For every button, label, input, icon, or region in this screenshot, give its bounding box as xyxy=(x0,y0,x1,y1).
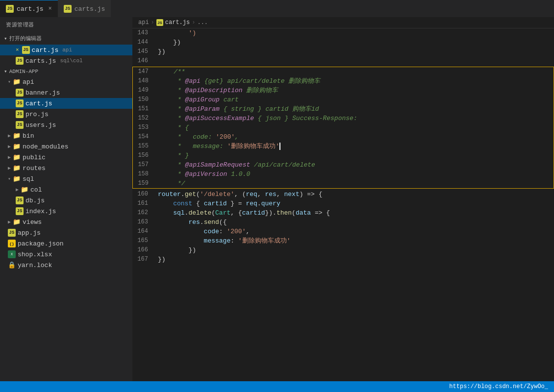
open-editor-carts-js[interactable]: JS carts.js sql\col xyxy=(0,55,132,66)
code-line-145: 145 }) xyxy=(132,47,554,56)
jsdoc-line-155: 155 * message: '删除购物车成功' xyxy=(133,142,554,151)
folder-sql-label: sql xyxy=(23,175,34,183)
lock-icon-yarn: 🔒 xyxy=(8,261,16,269)
folder-bin[interactable]: ▶ 📁 bin xyxy=(0,130,132,141)
js-icon-open-2: JS xyxy=(16,57,24,65)
js-file-icon: JS xyxy=(6,5,14,13)
file-app-js[interactable]: JS app.js xyxy=(0,227,132,238)
arrow-right-icon-bin: ▶ xyxy=(8,133,11,139)
jsdoc-line-157: 157 * @apiSampleRequest /api/cart/delete xyxy=(133,160,554,170)
open-editors-label: 打开的编辑器 xyxy=(9,35,42,42)
line-num-146: 146 xyxy=(132,56,156,66)
line-num-164: 164 xyxy=(132,227,156,236)
line-num-143: 143 xyxy=(132,28,156,38)
line-content-160: router.get('/delete', (req, res, next) =… xyxy=(156,190,554,199)
arrow-right-icon-views: ▶ xyxy=(8,219,11,225)
line-num-159: 159 xyxy=(133,179,156,188)
line-num-153: 153 xyxy=(133,123,156,132)
line-content-145: }) xyxy=(156,47,554,56)
jsdoc-content-150: * @apiGroup cart xyxy=(156,95,554,104)
open-editor-name-1: cart.js xyxy=(32,47,59,54)
file-yarn-lock[interactable]: 🔒 yarn.lock xyxy=(0,260,132,270)
folder-api[interactable]: ▾ 📁 api xyxy=(0,76,132,87)
main-content: 资源管理器 ▾ 打开的编辑器 × JS cart.js api JS carts… xyxy=(0,17,554,381)
folder-routes[interactable]: ▶ 📁 routes xyxy=(0,163,132,173)
line-num-147: 147 xyxy=(133,67,156,76)
line-num-144: 144 xyxy=(132,38,156,47)
code-line-161: 161 const { cartid } = req.query xyxy=(132,199,554,208)
file-pro-js[interactable]: JS pro.js xyxy=(0,109,132,120)
code-line-143: 143 ') xyxy=(132,28,554,38)
file-shop-label: shop.xlsx xyxy=(18,251,52,258)
js-icon-users: JS xyxy=(16,121,24,129)
folder-icon-nm: 📁 xyxy=(13,143,21,150)
line-num-154: 154 xyxy=(133,132,156,142)
jsdoc-line-156: 156 * } xyxy=(133,151,554,160)
project-name: ADMIN-APP xyxy=(9,69,38,74)
line-num-162: 162 xyxy=(132,208,156,218)
folder-bin-label: bin xyxy=(23,132,34,140)
folder-icon-views: 📁 xyxy=(13,218,21,226)
jsdoc-content-156: * } xyxy=(156,151,554,160)
file-users-js[interactable]: JS users.js xyxy=(0,120,132,130)
jsdoc-line-148: 148 * @api {get} api/cart/delete 删除购物车 xyxy=(133,76,554,86)
project-section[interactable]: ▾ ADMIN-APP xyxy=(0,66,132,76)
folder-col[interactable]: ▶ 📁 col xyxy=(0,184,132,195)
arrow-right-icon-pub: ▶ xyxy=(8,154,11,160)
folder-views[interactable]: ▶ 📁 views xyxy=(0,217,132,227)
tab-cart-js[interactable]: JS cart.js × xyxy=(0,0,58,17)
js-icon-cart: JS xyxy=(16,99,24,107)
open-editor-name-2: carts.js xyxy=(25,57,56,65)
line-num-160: 160 xyxy=(132,190,156,199)
file-index-js[interactable]: JS index.js xyxy=(0,206,132,217)
file-banner-js[interactable]: JS banner.js xyxy=(0,87,132,98)
code-line-163: 163 res.send({ xyxy=(132,218,554,227)
folder-node-modules[interactable]: ▶ 📁 node_modules xyxy=(0,141,132,152)
jsdoc-line-154: 154 * code: '200', xyxy=(133,132,554,142)
folder-sql[interactable]: ▾ 📁 sql xyxy=(0,173,132,184)
line-num-157: 157 xyxy=(133,160,156,170)
open-editors-section[interactable]: ▾ 打开的编辑器 xyxy=(0,32,132,45)
line-num-167: 167 xyxy=(132,255,156,264)
tab-carts-js[interactable]: JS carts.js xyxy=(58,0,111,17)
jsdoc-content-148: * @api {get} api/cart/delete 删除购物车 xyxy=(156,76,554,86)
jsdoc-line-151: 151 * @apiParam { string } cartid 购物车id xyxy=(133,104,554,114)
jsdoc-content-149: * @apiDescription 删除购物车 xyxy=(156,86,554,95)
code-editor[interactable]: 143 ') 144 }) 145 }) 146 147 /** xyxy=(132,28,554,381)
jsdoc-line-149: 149 * @apiDescription 删除购物车 xyxy=(133,86,554,95)
jsdoc-content-152: * @apiSuccessExample { json } Success-Re… xyxy=(156,114,554,123)
file-app-label: app.js xyxy=(18,229,41,237)
code-line-160: 160 router.get('/delete', (req, res, nex… xyxy=(132,190,554,199)
jsdoc-line-158: 158 * @apiVersion 1.0.0 xyxy=(133,170,554,179)
tab-close-icon[interactable]: × xyxy=(49,5,52,12)
file-db-js[interactable]: JS db.js xyxy=(0,195,132,206)
file-shop-xlsx[interactable]: X shop.xlsx xyxy=(0,249,132,260)
jsdoc-content-159: */ xyxy=(156,179,554,188)
folder-icon-bin: 📁 xyxy=(13,132,21,140)
folder-nm-label: node_modules xyxy=(23,143,69,150)
js-icon-index: JS xyxy=(16,207,24,215)
line-content-165: message: '删除购物车成功' xyxy=(156,236,554,245)
file-cart-js[interactable]: JS cart.js xyxy=(0,98,132,109)
file-index-label: index.js xyxy=(25,208,56,215)
open-editor-path-1: api xyxy=(62,47,72,53)
js-icon-db: JS xyxy=(16,196,24,204)
folder-icon-routes: 📁 xyxy=(13,164,21,172)
line-num-148: 148 xyxy=(133,76,156,86)
line-num-158: 158 xyxy=(133,170,156,179)
breadcrumb-js-icon: JS xyxy=(156,19,163,26)
close-icon[interactable]: × xyxy=(16,47,19,53)
line-content-144: }) xyxy=(156,38,554,47)
open-editor-cart-js[interactable]: × JS cart.js api xyxy=(0,45,132,55)
file-package-json[interactable]: {} package.json xyxy=(0,238,132,249)
tab-label-2: carts.js xyxy=(75,5,105,13)
open-editor-path-2: sql\col xyxy=(60,58,82,64)
folder-icon-sql: 📁 xyxy=(13,175,21,183)
line-content-143: ') xyxy=(156,28,554,38)
folder-public[interactable]: ▶ 📁 public xyxy=(0,152,132,163)
jsdoc-content-155: * message: '删除购物车成功' xyxy=(156,142,554,151)
jsdoc-line-147: 147 /** xyxy=(133,67,554,76)
code-line-166: 166 }) xyxy=(132,245,554,255)
line-content-166: }) xyxy=(156,245,554,255)
line-content-146 xyxy=(156,56,554,66)
